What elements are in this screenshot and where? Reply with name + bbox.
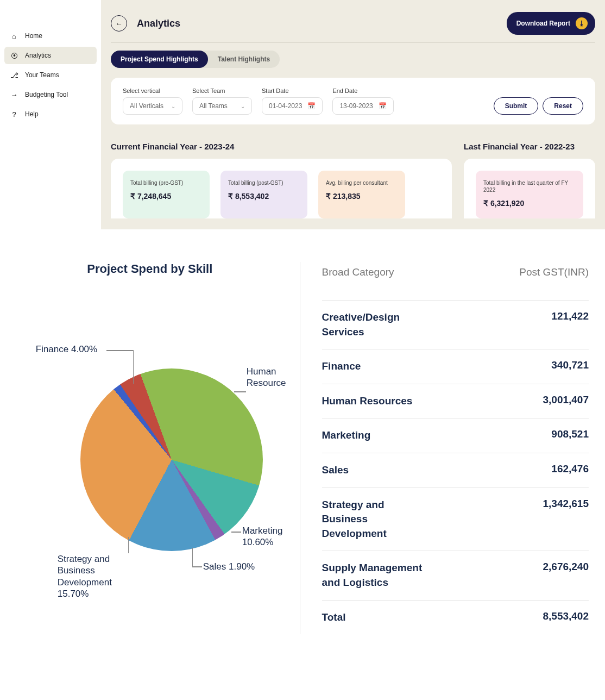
sidebar-item-label: Your Teams xyxy=(25,71,59,79)
tab-talent-highlights[interactable]: Talent Highlights xyxy=(208,51,280,68)
table-category: Human Resources xyxy=(322,394,413,409)
download-report-button[interactable]: Download Report ⭳ xyxy=(507,12,595,35)
sidebar-item-label: Home xyxy=(25,32,42,40)
arrow-left-icon: ← xyxy=(115,20,122,28)
main-panel: ← Analytics Download Report ⭳ Project Sp… xyxy=(101,0,605,229)
table-category: Strategy and Business Development xyxy=(322,498,431,541)
team-label: Select Team xyxy=(192,88,252,94)
chevron-down-icon: ⌄ xyxy=(171,103,175,109)
help-icon: ? xyxy=(10,110,18,118)
start-date-label: Start Date xyxy=(262,88,323,94)
table-category: Creative/Design Services xyxy=(322,310,431,339)
pie-label-marketing: Marketing10.60% xyxy=(242,525,283,548)
pie-label-hr: Human Resource xyxy=(247,366,274,389)
team-value: All Teams xyxy=(199,102,228,110)
last-fy-title: Last Financial Year - 2022-23 xyxy=(464,142,595,151)
download-report-label: Download Report xyxy=(516,20,570,27)
chevron-down-icon: ⌄ xyxy=(241,103,245,109)
table-row: Marketing908,521 xyxy=(322,418,589,453)
table-value: 3,001,407 xyxy=(543,394,589,406)
table-value: 2,676,240 xyxy=(543,561,589,573)
stat-label: Total billing (post-GST) xyxy=(228,179,300,186)
sidebar-item-label: Help xyxy=(25,110,39,118)
end-date-label: End Date xyxy=(332,88,393,94)
table-category: Marketing xyxy=(322,428,371,443)
stat-card: Total billing in the last quarter of FY … xyxy=(476,171,583,218)
tab-project-spend-highlights[interactable]: Project Spend Highlights xyxy=(111,51,208,68)
pie-label-finance: Finance 4.00% xyxy=(36,343,97,355)
stat-card: Total billing (pre-GST)₹ 7,248,645 xyxy=(123,171,210,218)
stat-label: Avg. billing per consultant xyxy=(326,179,398,186)
sidebar-item-label: Budgeting Tool xyxy=(25,91,68,98)
table-row: Human Resources3,001,407 xyxy=(322,384,589,418)
stat-card: Avg. billing per consultant₹ 213,835 xyxy=(318,171,405,218)
back-button[interactable]: ← xyxy=(111,15,127,32)
submit-button[interactable]: Submit xyxy=(494,97,539,115)
table-value: 908,521 xyxy=(551,428,589,440)
vertical-label: Select vertical xyxy=(123,88,182,94)
table-row: Sales162,476 xyxy=(322,453,589,488)
spend-table: Broad Category Post GST(INR) Creative/De… xyxy=(300,262,589,634)
end-date-value: 13-09-2023 xyxy=(339,102,373,110)
team-select[interactable]: All Teams ⌄ xyxy=(192,97,252,115)
start-date-value: 01-04-2023 xyxy=(269,102,302,110)
sidebar-item-home[interactable]: ⌂Home xyxy=(4,27,97,45)
calendar-icon: 📅 xyxy=(379,102,387,110)
download-icon: ⭳ xyxy=(576,17,588,29)
table-category: Supply Management and Logistics xyxy=(322,561,431,590)
table-category: Finance xyxy=(322,359,361,374)
end-date-input[interactable]: 13-09-2023 📅 xyxy=(332,97,393,115)
table-head-category: Broad Category xyxy=(322,266,394,278)
stat-label: Total billing in the last quarter of FY … xyxy=(483,179,576,193)
stat-card: Total billing (post-GST)₹ 8,553,402 xyxy=(220,171,307,218)
table-value: 340,721 xyxy=(551,359,589,371)
budgeting-icon: → xyxy=(10,90,18,99)
table-total-label: Total xyxy=(322,610,346,625)
sidebar-item-your-teams[interactable]: ⎇Your Teams xyxy=(4,66,97,84)
table-row-total: Total 8,553,402 xyxy=(322,600,589,635)
chart-panel: Project Spend by Skill Finance 4.00% Hum… xyxy=(16,262,300,634)
table-category: Sales xyxy=(322,463,349,478)
pie-chart: Finance 4.00% Human Resource Marketing10… xyxy=(36,309,264,591)
sidebar: ⌂Home⦿Analytics⎇Your Teams→Budgeting Too… xyxy=(0,0,101,229)
header: ← Analytics Download Report ⭳ xyxy=(111,12,595,43)
stat-value: ₹ 213,835 xyxy=(326,192,398,201)
teams-icon: ⎇ xyxy=(10,71,18,79)
table-value: 1,342,615 xyxy=(543,498,589,510)
stat-value: ₹ 8,553,402 xyxy=(228,192,300,201)
pie-label-strategy: Strategy and Business Development 15.70% xyxy=(58,553,144,599)
vertical-select[interactable]: All Verticals ⌄ xyxy=(123,97,182,115)
table-total-value: 8,553,402 xyxy=(543,610,589,622)
filter-card: Select vertical All Verticals ⌄ Select T… xyxy=(111,78,595,124)
calendar-icon: 📅 xyxy=(307,102,316,110)
current-fy-title: Current Financial Year - 2023-24 xyxy=(111,142,452,151)
sidebar-item-analytics[interactable]: ⦿Analytics xyxy=(4,47,97,64)
home-icon: ⌂ xyxy=(10,32,18,40)
stat-value: ₹ 7,248,645 xyxy=(130,192,202,201)
table-value: 162,476 xyxy=(551,463,589,475)
sidebar-item-help[interactable]: ?Help xyxy=(4,105,97,123)
stat-label: Total billing (pre-GST) xyxy=(130,179,202,186)
reset-button[interactable]: Reset xyxy=(543,97,583,115)
stat-value: ₹ 6,321,920 xyxy=(483,199,576,208)
sidebar-item-label: Analytics xyxy=(25,52,51,59)
table-row: Creative/Design Services121,422 xyxy=(322,300,589,349)
vertical-value: All Verticals xyxy=(130,102,163,110)
table-value: 121,422 xyxy=(551,310,589,322)
table-row: Supply Management and Logistics2,676,240 xyxy=(322,551,589,599)
sidebar-item-budgeting-tool[interactable]: →Budgeting Tool xyxy=(4,86,97,103)
page-title: Analytics xyxy=(137,18,180,29)
table-head-value: Post GST(INR) xyxy=(519,266,589,278)
chart-title: Project Spend by Skill xyxy=(16,262,283,276)
pie-label-sales: Sales 1.90% xyxy=(203,561,255,572)
start-date-input[interactable]: 01-04-2023 📅 xyxy=(262,97,323,115)
tabs: Project Spend HighlightsTalent Highlight… xyxy=(111,51,595,68)
table-row: Strategy and Business Development1,342,6… xyxy=(322,488,589,551)
analytics-icon: ⦿ xyxy=(10,51,18,60)
table-row: Finance340,721 xyxy=(322,349,589,384)
